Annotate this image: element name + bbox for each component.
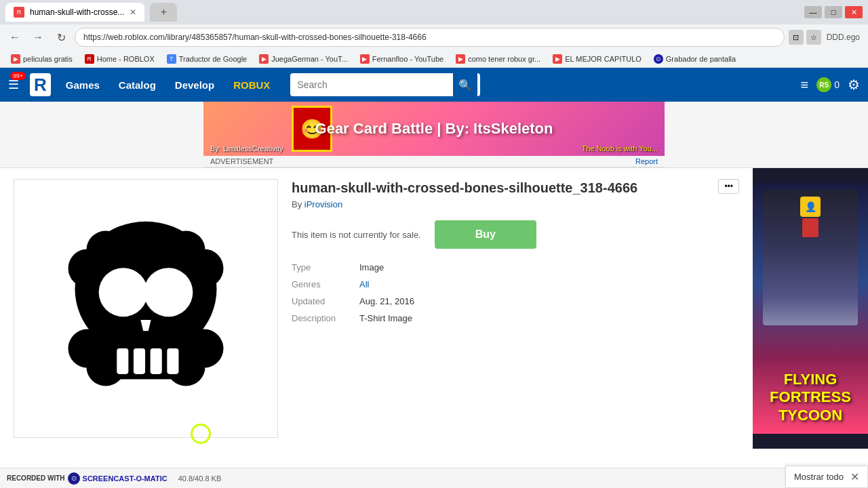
chat-icon-button[interactable]: ≡ xyxy=(801,77,809,93)
url-input[interactable] xyxy=(75,28,785,47)
right-ad[interactable]: 👤 FLYING FORTRESS TYCOON xyxy=(753,168,868,449)
item-author-row: By iProvision xyxy=(292,199,739,209)
item-details: human-skull-with-crossed-bones-silhouett… xyxy=(292,179,739,438)
hamburger-icon: ☰ xyxy=(8,78,19,92)
bookmark-favicon: ▶ xyxy=(553,54,562,64)
right-ad-content: 👤 FLYING FORTRESS TYCOON xyxy=(753,183,868,434)
type-value: Image xyxy=(359,262,384,272)
character-body xyxy=(802,218,818,237)
bookmark-peliculas[interactable]: ▶ peliculas gratis xyxy=(5,53,78,65)
type-label: Type xyxy=(292,262,359,272)
nav-games[interactable]: Games xyxy=(62,77,104,94)
search-input[interactable] xyxy=(290,75,453,94)
robux-indicator: RS 0 xyxy=(816,77,840,92)
status-bar: RECORDED WITH ⊙ SCREENCAST-O-MATIC 40.8/… xyxy=(0,468,868,488)
bookmark-mejor-capitulo[interactable]: ▶ EL MEJOR CAPITULO xyxy=(547,53,647,65)
ad-bottom-bar: ADVERTISEMENT Report xyxy=(203,156,665,167)
bookmark-favicon: ▶ xyxy=(259,54,269,64)
recorded-with-label: RECORDED WITH xyxy=(7,474,65,482)
window-maximize-button[interactable]: □ xyxy=(825,6,842,18)
buy-button[interactable]: Buy xyxy=(435,220,536,249)
bookmark-robux[interactable]: ▶ como tener robux gr... xyxy=(450,53,546,65)
svg-point-17 xyxy=(144,268,193,317)
ad-sub-right: The Noob is with You... xyxy=(581,144,658,152)
not-for-sale-text: This item is not currently for sale. xyxy=(292,230,421,240)
bookmark-label: peliculas gratis xyxy=(23,55,73,63)
meta-type: Type Image xyxy=(292,262,739,272)
updated-label: Updated xyxy=(292,296,359,306)
robux-count: 0 xyxy=(834,79,840,90)
cast-icon[interactable]: ⊡ xyxy=(789,30,804,45)
roblox-logo[interactable]: R xyxy=(30,75,51,96)
item-layout: human-skull-with-crossed-bones-silhouett… xyxy=(14,179,739,438)
new-tab-button[interactable]: + xyxy=(150,3,177,22)
browser-tab[interactable]: R human-skull-with-crosse... ✕ xyxy=(5,3,144,22)
bookmark-home-roblox[interactable]: R Home - ROBLOX xyxy=(79,53,160,65)
window-close-button[interactable]: ✕ xyxy=(845,6,863,18)
nav-robux[interactable]: ROBUX xyxy=(229,77,274,94)
robux-icon: RS xyxy=(816,77,831,92)
mostrar-todo-text[interactable]: Mostrar todo xyxy=(794,472,844,482)
genres-label: Genres xyxy=(292,279,359,289)
window-minimize-button[interactable]: — xyxy=(804,6,822,18)
nav-right-icons: ≡ RS 0 ⚙ xyxy=(801,77,860,93)
item-image xyxy=(14,179,278,438)
ad-banner[interactable]: By: LimitlessCreativity 😊 Gear Card Batt… xyxy=(203,102,665,156)
settings-icon-button[interactable]: ⚙ xyxy=(848,77,860,93)
bookmark-favicon: R xyxy=(85,54,94,64)
right-ad-title: FLYING FORTRESS TYCOON xyxy=(770,371,851,424)
ad-report-link[interactable]: Report xyxy=(635,157,658,165)
search-box: 🔍 xyxy=(290,73,480,96)
bookmark-label: EL MEJOR CAPITULO xyxy=(565,55,642,63)
bookmark-label: JuegaGerman - YouT... xyxy=(271,55,348,63)
bookmark-favicon: T xyxy=(167,54,176,64)
svg-rect-13 xyxy=(134,348,145,374)
tab-close-icon[interactable]: ✕ xyxy=(130,7,136,17)
options-button[interactable]: ••• xyxy=(718,179,739,194)
bookmark-label: Home - ROBLOX xyxy=(97,55,155,63)
by-label: By xyxy=(292,199,302,209)
search-icon: 🔍 xyxy=(458,79,472,92)
bookmark-favicon: ▶ xyxy=(11,54,20,64)
screencast-badge: RECORDED WITH ⊙ SCREENCAST-O-MATIC xyxy=(7,472,167,485)
item-meta: Type Image Genres All Updated Aug. 21, 2… xyxy=(292,262,739,323)
ad-label: ADVERTISEMENT xyxy=(210,157,273,165)
roblox-navbar: ☰ 99+ R Games Catalog Develop ROBUX 🔍 ≡ … xyxy=(0,68,868,102)
bookmark-favicon: ▶ xyxy=(360,54,370,64)
nav-catalog[interactable]: Catalog xyxy=(115,77,160,94)
bookmark-label: como tener robux gr... xyxy=(468,55,540,63)
skull-svg xyxy=(17,180,275,437)
ad-section: By: LimitlessCreativity 😊 Gear Card Batt… xyxy=(0,102,868,168)
file-size-display: 40.8/40.8 KB xyxy=(178,474,222,483)
right-ad-illustration: 👤 xyxy=(763,190,858,325)
bookmark-juegagerman[interactable]: ▶ JuegaGerman - YouT... xyxy=(254,53,353,65)
bookmark-star-icon[interactable]: ☆ xyxy=(806,30,821,45)
forward-button[interactable]: → xyxy=(28,28,47,47)
bookmark-traductor[interactable]: T Traductor de Google xyxy=(161,53,252,65)
refresh-button[interactable]: ↻ xyxy=(52,28,71,47)
search-button[interactable]: 🔍 xyxy=(453,73,477,96)
author-link[interactable]: iProvision xyxy=(304,199,342,209)
window-controls: — □ ✕ xyxy=(804,6,863,18)
updated-value: Aug. 21, 2016 xyxy=(359,296,414,306)
nav-develop[interactable]: Develop xyxy=(171,77,218,94)
bookmark-label: Fernanfloo - YouTube xyxy=(372,55,443,63)
bookmark-label: Traductor de Google xyxy=(179,55,247,63)
tab-favicon: R xyxy=(14,7,24,18)
address-bar: ← → ↻ ⊡ ☆ DDD.ego xyxy=(0,24,868,50)
bookmark-label: Grabador de pantalla xyxy=(666,55,736,63)
logo-r-letter: R xyxy=(30,73,51,96)
genres-value[interactable]: All xyxy=(359,279,369,289)
ad-main-text: Gear Card Battle | By: ItsSkeleton xyxy=(315,120,553,138)
ad-sub-left: By: LimitlessCreativity xyxy=(210,144,283,152)
mostrar-close-icon[interactable]: ✕ xyxy=(850,470,859,483)
back-button[interactable]: ← xyxy=(5,28,24,47)
item-title: human-skull-with-crossed-bones-silhouett… xyxy=(292,179,637,197)
sale-info: This item is not currently for sale. Buy xyxy=(292,220,739,249)
bookmark-fernanfloo[interactable]: ▶ Fernanfloo - YouTube xyxy=(355,53,449,65)
bookmark-grabador[interactable]: ⊙ Grabador de pantalla xyxy=(648,53,741,65)
meta-updated: Updated Aug. 21, 2016 xyxy=(292,296,739,306)
menu-button[interactable]: ☰ 99+ xyxy=(8,77,19,92)
svg-point-16 xyxy=(99,268,148,317)
meta-genres: Genres All xyxy=(292,279,739,289)
